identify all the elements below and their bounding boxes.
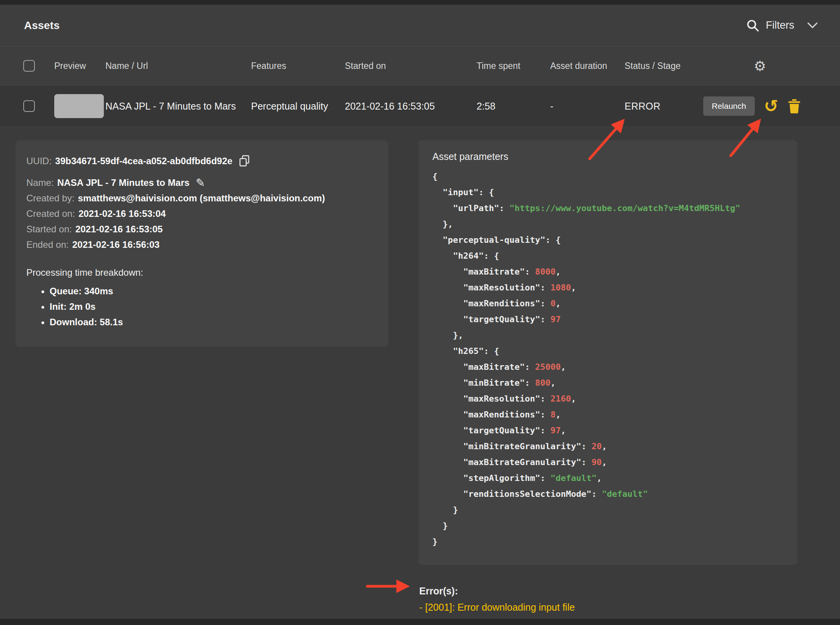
created-on-label: Created on: <box>26 206 75 221</box>
row-actions: Relaunch ↺ <box>703 96 817 116</box>
relaunch-icon[interactable]: ↺ <box>764 98 778 115</box>
uuid-label: UUID: <box>26 153 52 170</box>
asset-parameters-column: Asset parameters { "input": { "urlPath":… <box>418 140 797 615</box>
error-message: - [2001]: Error downloading input file <box>419 599 797 615</box>
error-block: Error(s): - [2001]: Error downloading in… <box>418 583 797 615</box>
processing-item-download: Download: 58.1s <box>50 314 377 330</box>
asset-metadata-panel: UUID: 39b34671-59df-4cea-a052-ab0dfbd6d9… <box>15 140 388 347</box>
column-header-features: Features <box>251 61 345 71</box>
asset-time-spent: 2:58 <box>477 101 550 112</box>
created-by-label: Created by: <box>26 191 74 206</box>
select-all-checkbox[interactable] <box>23 60 35 72</box>
filters-control[interactable]: Filters <box>740 19 819 33</box>
ended-on-value: 2021-02-16 16:56:03 <box>72 237 160 252</box>
column-header-status-stage: Status / Stage <box>625 61 703 71</box>
title-bar: Assets Filters <box>0 5 840 46</box>
asset-parameters-code: { "input": { "urlPath": "https://www.you… <box>432 168 783 549</box>
processing-item-init: Init: 2m 0s <box>50 299 377 314</box>
ended-on-label: Ended on: <box>26 237 69 252</box>
asset-name: NASA JPL - 7 Minutes to Mars <box>105 101 251 112</box>
column-header-started-on: Started on <box>345 61 477 71</box>
relaunch-button[interactable]: Relaunch <box>703 96 755 116</box>
started-on-value: 2021-02-16 16:53:05 <box>75 221 163 237</box>
table-row[interactable]: NASA JPL - 7 Minutes to Mars Perceptual … <box>0 85 840 127</box>
column-header-asset-duration: Asset duration <box>550 61 625 71</box>
asset-features: Perceptual quality <box>251 101 345 112</box>
column-header-time-spent: Time spent <box>477 61 550 71</box>
asset-preview-thumbnail <box>54 94 104 118</box>
processing-time-title: Processing time breakdown: <box>26 265 377 280</box>
page-title: Assets <box>24 19 60 32</box>
created-on-value: 2021-02-16 16:53:04 <box>78 206 166 221</box>
uuid-value: 39b34671-59df-4cea-a052-ab0dfbd6d92e <box>55 153 232 170</box>
created-by-value: smatthews@haivision.com (smatthews@haivi… <box>78 191 325 206</box>
errors-title: Error(s): <box>419 583 797 599</box>
asset-parameters-title: Asset parameters <box>432 151 783 162</box>
search-icon[interactable] <box>746 19 760 33</box>
pencil-icon[interactable]: ✎ <box>196 175 205 191</box>
status-badge: ERROR <box>625 101 703 112</box>
chevron-down-icon[interactable] <box>807 22 818 29</box>
table-header: Preview Name / Url Features Started on T… <box>0 46 840 85</box>
started-on-label: Started on: <box>26 221 72 237</box>
filters-label[interactable]: Filters <box>766 19 795 31</box>
processing-time-list: Queue: 340ms Init: 2m 0s Download: 58.1s <box>26 283 377 330</box>
processing-item-queue: Queue: 340ms <box>50 283 377 299</box>
asset-parameters-panel: Asset parameters { "input": { "urlPath":… <box>418 140 797 565</box>
copy-icon[interactable] <box>239 155 250 167</box>
column-header-preview: Preview <box>54 61 105 71</box>
asset-detail-area: UUID: 39b34671-59df-4cea-a052-ab0dfbd6d9… <box>0 127 840 615</box>
column-header-name-url: Name / Url <box>105 61 251 71</box>
trash-icon[interactable] <box>788 99 801 113</box>
asset-duration: - <box>550 101 625 112</box>
name-label: Name: <box>26 175 54 191</box>
asset-started-on: 2021-02-16 16:53:05 <box>345 101 477 112</box>
row-checkbox[interactable] <box>23 100 35 112</box>
assets-page: Assets Filters Preview Name / Url Featur… <box>0 5 840 619</box>
gear-icon[interactable]: ⚙ <box>754 58 766 74</box>
name-value: NASA JPL - 7 Minutes to Mars <box>57 175 189 191</box>
